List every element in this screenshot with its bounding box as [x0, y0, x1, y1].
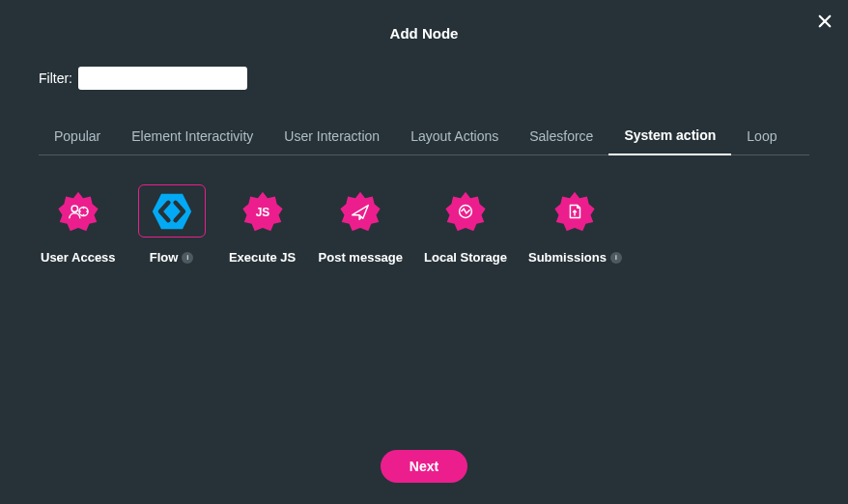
tab-layout-actions[interactable]: Layout Actions — [395, 119, 514, 154]
filter-label: Filter: — [39, 70, 72, 86]
node-user-access[interactable]: User Access — [41, 184, 116, 265]
send-icon — [339, 190, 382, 233]
doc-icon — [553, 190, 596, 233]
tab-user-interaction[interactable]: User Interaction — [269, 119, 395, 154]
node-submissions[interactable]: Submissions i — [528, 184, 622, 265]
filter-input[interactable] — [78, 67, 247, 90]
node-execute-js[interactable]: JS Execute JS — [228, 184, 297, 265]
node-icon-wrap — [44, 184, 112, 238]
node-grid: User Access Flow i JS Execute JS — [41, 184, 848, 265]
close-icon — [816, 13, 834, 30]
tab-loop[interactable]: Loop — [731, 119, 792, 154]
node-icon-wrap — [138, 184, 206, 238]
close-button[interactable] — [815, 12, 834, 31]
js-icon: JS — [241, 190, 284, 233]
footer: Next — [0, 450, 848, 483]
filter-row: Filter: — [39, 67, 848, 90]
node-label: Submissions i — [528, 250, 622, 265]
node-icon-wrap — [432, 184, 499, 238]
node-label: Post message — [319, 250, 403, 265]
svg-text:JS: JS — [255, 205, 269, 218]
tab-element-interactivity[interactable]: Element Interactivity — [116, 119, 269, 154]
next-button[interactable]: Next — [381, 450, 467, 483]
node-label-text: Flow — [150, 250, 179, 265]
info-icon: i — [610, 252, 622, 264]
info-icon: i — [182, 252, 193, 264]
tabs: Popular Element Interactivity User Inter… — [39, 118, 809, 155]
user-access-icon — [57, 190, 99, 233]
tab-salesforce[interactable]: Salesforce — [514, 119, 608, 154]
tab-popular[interactable]: Popular — [39, 119, 116, 154]
node-label: Execute JS — [229, 250, 296, 265]
node-label-text: Submissions — [528, 250, 607, 265]
flow-icon — [151, 190, 193, 233]
node-label-text: Post message — [319, 250, 403, 265]
node-post-message[interactable]: Post message — [319, 184, 403, 265]
node-label: User Access — [41, 250, 116, 265]
tab-system-action[interactable]: System action — [608, 118, 731, 155]
node-label-text: Execute JS — [229, 250, 296, 265]
svg-marker-2 — [58, 191, 98, 230]
node-icon-wrap — [541, 184, 608, 238]
node-label-text: User Access — [41, 250, 116, 265]
dialog-title: Add Node — [0, 0, 848, 42]
svg-marker-8 — [341, 191, 381, 230]
node-icon-wrap: JS — [229, 184, 297, 238]
node-label: Flow i — [150, 250, 194, 265]
node-flow[interactable]: Flow i — [137, 184, 207, 265]
node-icon-wrap — [326, 184, 394, 238]
node-local-storage[interactable]: Local Storage — [424, 184, 507, 265]
storage-icon — [444, 190, 487, 233]
node-label: Local Storage — [424, 250, 507, 265]
node-label-text: Local Storage — [424, 250, 507, 265]
